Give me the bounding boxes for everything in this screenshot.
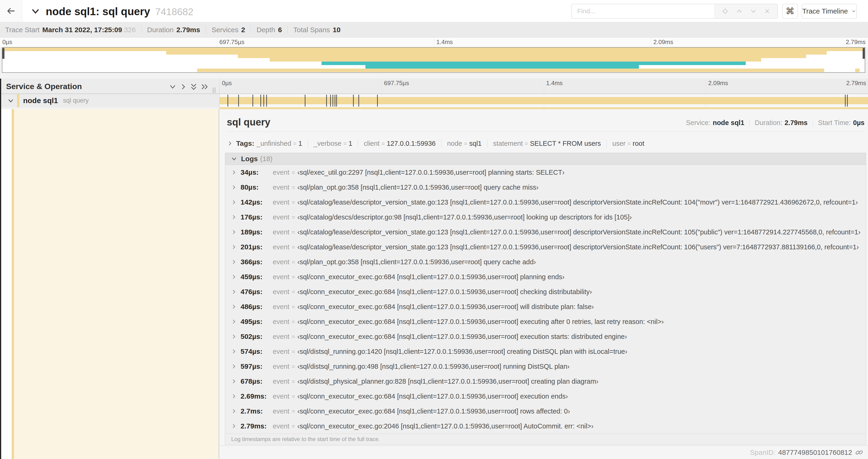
log-field-name: event — [273, 303, 289, 311]
log-entry-row[interactable]: 34µs:event=‹sql/exec_util.go:2297 [nsql1… — [225, 165, 866, 180]
span-track[interactable] — [219, 94, 868, 107]
chevron-right-icon — [231, 319, 237, 325]
chevron-right-icon — [231, 244, 237, 250]
collapse-one-button[interactable] — [169, 83, 177, 91]
tag-value: sql1 — [469, 140, 482, 147]
link-icon[interactable] — [855, 448, 863, 457]
log-field-name: event — [273, 198, 289, 206]
tag-separator — [308, 139, 308, 147]
minimap-right-handle[interactable] — [863, 48, 865, 59]
tag-separator — [358, 139, 358, 147]
minimap-left-handle[interactable] — [2, 48, 4, 59]
detail-left-gutter — [1, 109, 219, 459]
chevron-right-icon — [231, 363, 237, 369]
minimap-canvas[interactable] — [2, 47, 865, 73]
log-field-name: event — [273, 258, 289, 266]
find-prev-icon[interactable] — [736, 8, 743, 15]
log-rows: 34µs:event=‹sql/exec_util.go:2297 [nsql1… — [225, 165, 866, 434]
log-field-value: ‹sql/exec_util.go:2297 [nsql1,client=127… — [298, 169, 565, 176]
log-entry-row[interactable]: 189µs:event=‹sql/catalog/lease/descripto… — [225, 225, 866, 239]
log-timestamp: 2.7ms: — [241, 407, 271, 415]
chevron-right-icon — [227, 140, 233, 146]
log-entry-row[interactable]: 574µs:event=‹sql/distsql_running.go:1420… — [225, 344, 866, 359]
service-operation-header: Service & Operation — [6, 82, 82, 91]
tag-equals: = — [627, 140, 631, 147]
summary-separator — [287, 26, 288, 34]
log-entry-row[interactable]: 486µs:event=‹sql/conn_executor_exec.go:6… — [225, 299, 866, 314]
span-row: node sql1 sql query — [0, 94, 868, 107]
chevron-right-icon — [231, 333, 237, 339]
summary-value: March 31 2022, 17:25:09.326 — [42, 26, 135, 34]
collapse-all-button[interactable] — [190, 83, 198, 91]
log-entry-row[interactable]: 495µs:event=‹sql/conn_executor_exec.go:6… — [225, 314, 866, 329]
log-field-name: event — [273, 273, 289, 281]
log-field-value: ‹sql/distsql_running.go:498 [nsql1,clien… — [298, 363, 569, 370]
chevron-right-icon — [231, 184, 237, 190]
log-entry-row[interactable]: 502µs:event=‹sql/conn_executor_exec.go:6… — [225, 329, 866, 344]
minimap-span-bar — [855, 69, 859, 72]
tag-value: 1 — [299, 140, 302, 147]
log-entry-row[interactable]: 2.79ms:event=‹sql/conn_executor_exec.go:… — [225, 419, 866, 434]
chevron-right-icon — [231, 408, 237, 414]
chevron-right-icon — [231, 169, 237, 175]
locate-icon[interactable] — [722, 8, 729, 15]
log-equals: = — [292, 273, 295, 280]
find-addon — [714, 4, 777, 18]
keyboard-shortcuts-button[interactable]: ⌘ — [782, 4, 798, 19]
ruler-gridline — [382, 78, 382, 94]
log-entry-row[interactable]: 2.7ms:event=‹sql/conn_executor_exec.go:6… — [225, 404, 866, 419]
command-icon: ⌘ — [786, 6, 795, 16]
log-entry-row[interactable]: 678µs:event=‹sql/distsql_physical_planne… — [225, 374, 866, 389]
span-row-name-cell[interactable]: node sql1 sql query — [1, 94, 219, 107]
log-entry-row[interactable]: 459µs:event=‹sql/conn_executor_exec.go:6… — [225, 269, 866, 284]
log-marker-tick — [353, 95, 354, 107]
back-button[interactable] — [0, 0, 22, 22]
ruler-tick-label: 697.75µs — [219, 38, 245, 46]
spanid-value: 4877749850101760812 — [778, 449, 852, 456]
ruler-tick-label: 1.4ms — [546, 79, 563, 87]
collapse-trace-chevron[interactable] — [30, 6, 40, 16]
collapse-span-chevron[interactable] — [7, 97, 14, 104]
chevron-right-icon — [231, 259, 237, 265]
log-timestamp: 476µs: — [241, 288, 271, 296]
operation-name: sql query — [63, 97, 89, 104]
span-duration-bar[interactable] — [220, 97, 868, 104]
chevron-right-icon — [231, 423, 237, 429]
log-marker-tick — [260, 95, 261, 107]
meta-value: 2.79ms — [784, 119, 807, 127]
log-entry-row[interactable]: 597µs:event=‹sql/distsql_running.go:498 … — [225, 359, 866, 374]
tags-row[interactable]: Tags: _unfinished=1_verbose=1client=127.… — [227, 137, 644, 150]
chevron-right-icon — [231, 378, 237, 384]
log-equals: = — [292, 318, 295, 325]
log-field-value: ‹sql/conn_executor_exec.go:684 [nsql1,cl… — [298, 273, 565, 281]
log-entry-row[interactable]: 2.69ms:event=‹sql/conn_executor_exec.go:… — [225, 389, 866, 404]
log-entry-row[interactable]: 201µs:event=‹sql/catalog/lease/descripto… — [225, 239, 866, 255]
meta-label: Duration: — [755, 119, 782, 127]
tag-key: statement — [493, 140, 523, 147]
summary-value: 6 — [278, 26, 282, 34]
log-field-name: event — [273, 318, 289, 326]
log-entry-row[interactable]: 176µs:event=‹sql/catalog/descs/descripto… — [225, 210, 866, 225]
log-entry-row[interactable]: 366µs:event=‹sql/plan_opt.go:358 [nsql1,… — [225, 255, 866, 269]
find-next-icon[interactable] — [750, 8, 757, 15]
expand-one-button[interactable] — [179, 83, 187, 91]
log-entry-row[interactable]: 476µs:event=‹sql/conn_executor_exec.go:6… — [225, 284, 866, 299]
ruler-tick-label: 697.75µs — [384, 79, 409, 87]
log-entry-row[interactable]: 142µs:event=‹sql/catalog/lease/descripto… — [225, 195, 866, 210]
log-timestamp: 176µs: — [241, 213, 271, 221]
column-resize-handle[interactable] — [213, 88, 215, 93]
find-clear-icon[interactable] — [764, 8, 771, 14]
chevron-right-icon — [231, 229, 237, 235]
log-marker-tick — [227, 95, 228, 107]
trace-title-text: node sql1: sql query — [46, 5, 150, 18]
logs-header[interactable]: Logs (18) — [225, 153, 866, 165]
trace-view-dropdown[interactable]: Trace Timeline — [802, 4, 857, 19]
chevron-right-icon — [231, 289, 237, 295]
log-entry-row[interactable]: 80µs:event=‹sql/plan_opt.go:358 [nsql1,c… — [225, 180, 866, 195]
chevron-right-icon — [231, 214, 237, 220]
log-equals: = — [292, 378, 295, 385]
tag-equals: = — [381, 140, 385, 147]
log-equals: = — [292, 259, 295, 265]
expand-all-button[interactable] — [200, 83, 208, 91]
find-input[interactable] — [572, 4, 714, 18]
